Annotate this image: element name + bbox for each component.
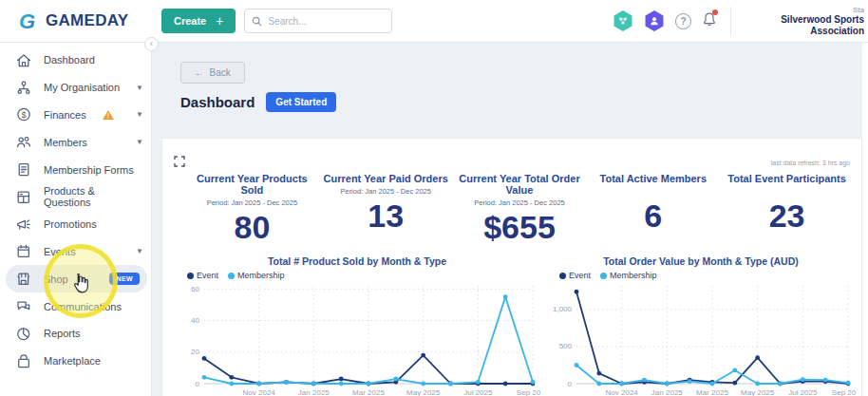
sidebar-item-label: Finances <box>44 109 86 121</box>
shop-icon <box>15 271 31 287</box>
account-switcher[interactable]: Sta Silverwood Sports Association <box>741 6 868 37</box>
stat-title: Total Active Members <box>586 173 720 184</box>
sidebar-item-label: Members <box>44 137 87 148</box>
chevron-down-icon: ▼ <box>136 247 143 255</box>
stat-period: Period: Jan 2025 - Dec 2025 <box>185 198 319 207</box>
membership-forms-icon <box>15 161 31 178</box>
svg-text:!: ! <box>107 112 109 119</box>
chart-plot: 05001,000Nov 2024Jan 2025Mar 2025May 202… <box>546 280 856 396</box>
svg-text:Sep 2025: Sep 2025 <box>832 388 856 396</box>
legend-item-membership: Membership <box>600 271 657 280</box>
marketplace-icon <box>15 353 31 369</box>
promotions-icon <box>15 217 31 233</box>
apps-icon[interactable] <box>613 10 633 31</box>
chevron-down-icon: ▼ <box>136 138 143 146</box>
back-button[interactable]: ← Back <box>180 62 245 84</box>
top-bar: G GAMEDAY Create + ? Sta Silverwood Spor… <box>0 0 868 43</box>
stat-title: Current Year Total Order Value <box>453 173 587 196</box>
members-icon <box>15 134 31 150</box>
help-icon[interactable]: ? <box>675 13 691 29</box>
fullscreen-icon[interactable] <box>174 156 185 167</box>
chevron-down-icon: ▼ <box>136 110 143 119</box>
notification-dot <box>712 9 718 15</box>
legend-label: Event <box>569 271 591 280</box>
legend-item-event: Event <box>559 271 591 280</box>
sidebar-item-finances[interactable]: $Finances!▼ <box>0 102 151 129</box>
chart-legend: EventMembership <box>187 271 540 280</box>
stat-value: 23 <box>720 198 854 235</box>
chart-title: Total # Product Sold by Month & Type <box>174 255 540 267</box>
warning-icon: ! <box>102 109 115 121</box>
reports-icon <box>15 326 31 342</box>
divider <box>730 7 731 35</box>
sidebar-item-members[interactable]: Members▼ <box>0 128 151 156</box>
sidebar-collapse-button[interactable]: ‹ <box>144 37 159 51</box>
brand-name: GAMEDAY <box>46 11 128 30</box>
stat-period: Period: Jan 2025 - Dec 2025 <box>319 187 453 196</box>
search-box[interactable] <box>244 9 392 33</box>
legend-item-event: Event <box>187 271 218 280</box>
legend-label: Membership <box>610 271 657 280</box>
stat-period: Period: Jan 2025 - Dec 2025 <box>453 198 587 207</box>
chart-plot: 0204060Nov 2024Jan 2025Mar 2025May 2025J… <box>174 280 540 396</box>
create-button[interactable]: Create + <box>161 9 236 33</box>
legend-label: Membership <box>237 271 285 280</box>
legend-dot <box>559 273 566 279</box>
svg-text:20: 20 <box>191 348 199 356</box>
svg-text:May 2025: May 2025 <box>406 388 441 396</box>
page-title: Dashboard <box>180 94 255 110</box>
sidebar-item-label: Marketplace <box>44 355 101 367</box>
stat-period <box>586 187 720 196</box>
chart-legend: EventMembership <box>559 271 856 280</box>
account-org-name: Silverwood Sports Association <box>741 14 864 37</box>
gameday-logo[interactable]: G GAMEDAY <box>0 9 152 32</box>
sidebar-item-events[interactable]: Events▼ <box>0 238 151 266</box>
events-icon <box>15 243 31 259</box>
sidebar-item-label: Reports <box>44 328 81 339</box>
communications-icon <box>15 298 31 314</box>
chevron-down-icon: ▼ <box>136 84 143 92</box>
legend-dot <box>600 273 607 279</box>
sidebar-item-label: Communications <box>44 301 122 312</box>
sidebar-item-products-questions[interactable]: Products & Questions <box>0 183 151 211</box>
stat-value: 80 <box>185 209 319 246</box>
notifications-icon[interactable] <box>702 11 717 31</box>
sidebar-item-label: Promotions <box>44 218 97 230</box>
organisation-icon <box>15 80 31 96</box>
sidebar-item-label: My Organisation <box>44 82 120 93</box>
svg-text:May 2025: May 2025 <box>741 388 775 396</box>
stat-title: Current Year Products Sold <box>185 173 319 196</box>
chart-products-sold: Total # Product Sold by Month & TypeEven… <box>174 255 540 396</box>
plus-icon: + <box>216 13 223 28</box>
charts-row: Total # Product Sold by Month & TypeEven… <box>174 255 856 396</box>
sidebar-item-my-organisation[interactable]: My Organisation▼ <box>0 74 151 102</box>
search-input[interactable] <box>268 16 372 27</box>
svg-text:Nov 2024: Nov 2024 <box>606 388 639 396</box>
stat-value: 6 <box>586 198 720 235</box>
svg-text:Mar 2025: Mar 2025 <box>696 388 728 396</box>
sidebar-item-label: Events <box>44 246 76 257</box>
legend-item-membership: Membership <box>228 271 285 280</box>
main-content: ← Back Dashboard Get Started last data r… <box>152 43 862 396</box>
account-role: Sta <box>741 6 864 14</box>
sidebar-item-dashboard[interactable]: Dashboard <box>0 47 151 74</box>
profile-icon[interactable] <box>644 10 665 31</box>
sidebar-item-marketplace[interactable]: Marketplace <box>0 348 151 375</box>
sidebar-item-communications[interactable]: Communications <box>0 292 151 320</box>
home-icon <box>15 52 31 68</box>
sidebar-item-membership-forms[interactable]: Membership Forms <box>0 156 151 183</box>
svg-text:Jul 2025: Jul 2025 <box>463 388 493 396</box>
legend-dot <box>187 273 194 279</box>
chart-order-value: Total Order Value by Month & Type (AUD)E… <box>546 255 856 396</box>
search-icon <box>252 16 262 27</box>
get-started-button[interactable]: Get Started <box>266 92 336 112</box>
sidebar-item-reports[interactable]: Reports <box>0 320 151 348</box>
sidebar-item-promotions[interactable]: Promotions <box>0 211 151 238</box>
svg-text:1,000: 1,000 <box>553 305 573 313</box>
svg-text:0: 0 <box>568 380 573 388</box>
svg-text:Sep 2025: Sep 2025 <box>517 388 540 396</box>
sidebar-item-shop[interactable]: ShopNEW <box>6 265 147 292</box>
sidebar-item-label: Shop <box>44 273 68 285</box>
svg-text:60: 60 <box>191 285 199 293</box>
top-right-actions: ? Sta Silverwood Sports Association <box>613 6 868 37</box>
